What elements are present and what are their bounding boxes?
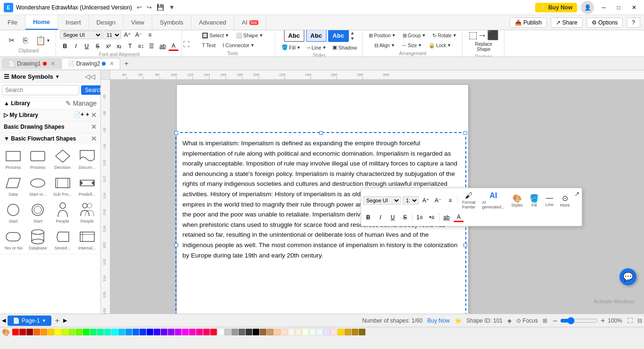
color-swatch[interactable] — [288, 329, 295, 335]
color-swatch[interactable] — [253, 329, 259, 335]
paste-button[interactable]: 📋▼ — [33, 34, 53, 47]
color-swatch[interactable] — [239, 329, 245, 335]
basic-drawing-shapes-header[interactable]: Basic Drawing Shapes ✕ — [0, 121, 100, 133]
fill-button[interactable]: 🪣 Fill ▼ — [279, 43, 303, 52]
color-swatch[interactable] — [217, 329, 224, 335]
float-shrink-button[interactable]: A⁻ — [433, 196, 443, 205]
size-button[interactable]: ↔ Size ▼ — [399, 41, 424, 50]
color-swatch[interactable] — [231, 329, 238, 335]
font-shrink-button[interactable]: A⁻ — [133, 30, 144, 40]
strikethrough-button[interactable]: S — [92, 42, 103, 51]
add-document-tab[interactable]: + — [120, 58, 132, 70]
shape-document[interactable]: Docum... — [76, 146, 99, 171]
color-swatch[interactable] — [90, 329, 97, 335]
float-clear-fmt-button[interactable]: ab — [441, 213, 452, 222]
shape-decision[interactable]: Decision — [51, 146, 74, 171]
style-preview-3[interactable]: Abc — [328, 30, 349, 42]
color-swatch[interactable] — [104, 329, 111, 335]
bold-button[interactable]: B — [60, 42, 70, 51]
font-grow-button[interactable]: A⁺ — [122, 30, 132, 40]
color-swatch[interactable] — [316, 329, 323, 335]
list-button[interactable]: ☰ — [147, 42, 157, 51]
shape-stored-data[interactable]: Stored... — [51, 227, 74, 252]
doc-tab-drawing1[interactable]: 📄 Drawing1 ✕ — [2, 58, 61, 69]
align-button[interactable]: ≡ — [145, 30, 155, 40]
float-list-bullet-button[interactable]: •≡ — [427, 213, 437, 222]
color-swatch[interactable] — [161, 329, 167, 335]
lock-button[interactable]: 🔒 Lock ▼ — [426, 41, 454, 50]
basic-drawing-shapes-close[interactable]: ✕ — [91, 123, 97, 131]
tab-file[interactable]: File — [0, 15, 25, 30]
tab-view[interactable]: View — [124, 15, 152, 30]
style-preview-1[interactable]: Abc — [284, 30, 305, 42]
color-swatch[interactable] — [147, 329, 153, 335]
font-expand-button[interactable]: ⛶ — [183, 41, 190, 48]
color-swatch[interactable] — [338, 329, 344, 335]
more-button[interactable]: ▼ — [167, 3, 177, 12]
color-swatch[interactable] — [274, 329, 281, 335]
assistant-bubble[interactable]: 💬 — [619, 268, 636, 285]
options-button[interactable]: ⚙ Options — [586, 17, 623, 28]
float-align-button[interactable]: ≡ — [445, 196, 455, 205]
color-swatch[interactable] — [41, 329, 47, 335]
library-label[interactable]: ▲ Library — [4, 100, 30, 107]
basic-flowchart-header[interactable]: ▼ Basic Flowchart Shapes ✕ — [0, 133, 100, 144]
search-input[interactable] — [2, 85, 79, 95]
float-bold-button[interactable]: B — [363, 213, 373, 222]
focus-button[interactable]: ⊙ Focus — [516, 317, 538, 324]
my-library-add-button[interactable]: + — [86, 111, 89, 119]
zoom-fit-button[interactable]: ⊞ — [543, 317, 547, 324]
zoom-in-button[interactable]: + — [600, 316, 606, 325]
shape-process-1[interactable]: Process — [2, 146, 25, 171]
italic-button[interactable]: I — [71, 42, 81, 51]
shape-button[interactable]: ⬜ Shape ▼ — [233, 31, 266, 40]
palette-pick-icon[interactable]: 🎨 — [2, 328, 10, 336]
my-library-close-button[interactable]: ✕ — [91, 111, 97, 119]
doc-tab-drawing2[interactable]: 📄 Drawing2 ✕ — [61, 58, 121, 69]
color-swatch[interactable] — [246, 329, 252, 335]
format-painter-button[interactable]: 🖌 FormatPainter — [460, 190, 478, 211]
style-preview-2[interactable]: Abc — [306, 30, 327, 42]
tab-insert[interactable]: Insert — [58, 15, 89, 30]
tab-advanced[interactable]: Advanced — [191, 15, 234, 30]
color-swatch[interactable] — [125, 329, 132, 335]
color-swatch[interactable] — [33, 329, 40, 335]
float-italic-button[interactable]: I — [375, 213, 386, 222]
font-family-select[interactable]: Segoe UI — [60, 31, 102, 39]
color-swatch[interactable] — [154, 329, 160, 335]
rotate-button[interactable]: ↻ Rotate ▼ — [430, 31, 459, 40]
float-styles-button[interactable]: 🎨 Styles — [509, 192, 526, 209]
color-swatch[interactable] — [118, 329, 125, 335]
color-swatch[interactable] — [352, 329, 358, 335]
color-swatch[interactable] — [210, 329, 217, 335]
font-color-button[interactable]: A — [168, 42, 179, 51]
search-button[interactable]: Search — [81, 85, 101, 95]
my-library-new-button[interactable]: 📄+ — [74, 111, 84, 119]
color-swatch[interactable] — [309, 329, 316, 335]
color-swatch[interactable] — [196, 329, 203, 335]
publish-button[interactable]: 📤 Publish — [510, 17, 547, 28]
panel-collapse-button[interactable]: ◁◁ — [83, 72, 97, 81]
float-font-color-button[interactable]: A — [454, 213, 464, 222]
tab-ai[interactable]: AI hot — [234, 15, 266, 30]
basic-flowchart-close[interactable]: ✕ — [91, 135, 97, 142]
widescreen-button[interactable]: ⊟ — [637, 317, 642, 324]
group-button[interactable]: ⊞ Group ▼ — [400, 31, 429, 40]
tab-home[interactable]: Home — [25, 15, 58, 30]
color-swatch[interactable] — [323, 329, 330, 335]
font-size-select[interactable]: 11 — [103, 31, 121, 39]
close-button[interactable]: ✕ — [628, 2, 640, 13]
share-button[interactable]: ↗ Share — [551, 17, 582, 28]
color-swatch[interactable] — [132, 329, 139, 335]
color-swatch[interactable] — [69, 329, 75, 335]
buy-now-button[interactable]: ⭐ Buy Now — [535, 3, 578, 12]
float-expand-icon[interactable]: ↗ — [574, 190, 580, 198]
color-swatch[interactable] — [260, 329, 266, 335]
float-list-ordered-button[interactable]: 1≡ — [414, 213, 425, 222]
float-more-button[interactable]: ⊙ More — [558, 192, 572, 209]
color-swatch[interactable] — [76, 329, 83, 335]
color-swatch[interactable] — [175, 329, 182, 335]
cut-button[interactable]: ✂ — [5, 34, 18, 46]
float-strike-button[interactable]: S — [400, 213, 410, 222]
zoom-slider[interactable] — [560, 317, 598, 324]
